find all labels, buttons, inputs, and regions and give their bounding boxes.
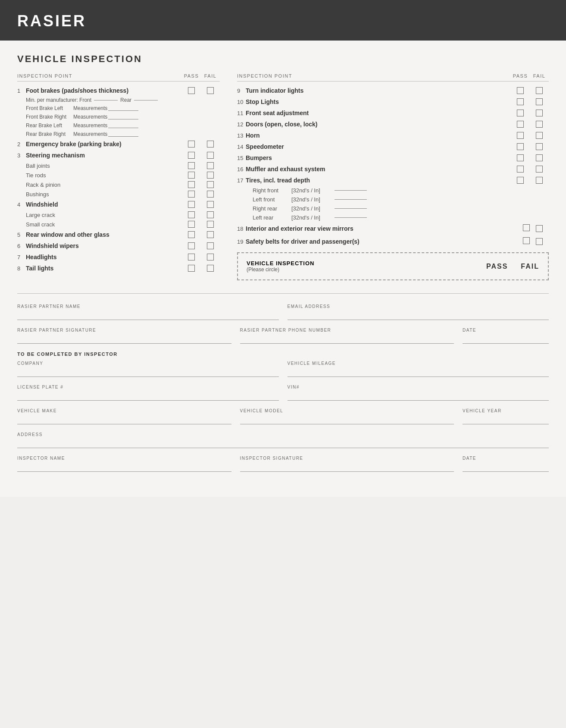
final-pass-option[interactable]: PASS [486, 263, 508, 270]
item-16-fail-checkbox[interactable] [536, 166, 543, 173]
date1-line[interactable] [463, 334, 549, 344]
final-fail-option[interactable]: FAIL [521, 263, 539, 270]
item-7-fail-checkbox[interactable] [207, 254, 214, 260]
header: RASIER [0, 0, 566, 41]
item-17: 17 Tires, incl. tread depth [237, 175, 549, 186]
item-2-pass-checkbox[interactable] [188, 141, 195, 147]
email-label: EMAIL ADDRESS [288, 304, 549, 309]
front-brake-right-row: Front Brake Right Measurements [17, 113, 220, 121]
item-13-pass-checkbox[interactable] [517, 132, 524, 139]
item-11-fail-checkbox[interactable] [536, 110, 543, 116]
item-19: 19 Safety belts for driver and passenger… [237, 235, 549, 248]
bushings-fail-checkbox[interactable] [207, 191, 214, 198]
item-3-fail-checkbox[interactable] [207, 152, 214, 159]
item-8-fail-checkbox[interactable] [207, 265, 214, 272]
large-crack-fail-checkbox[interactable] [207, 211, 214, 218]
make-line[interactable] [17, 415, 231, 424]
vin-line[interactable] [288, 391, 549, 401]
item-6-pass-checkbox[interactable] [188, 242, 195, 249]
small-crack-pass-checkbox[interactable] [188, 221, 195, 228]
item-1-fail-checkbox[interactable] [207, 87, 214, 94]
item-14-pass-checkbox[interactable] [517, 143, 524, 150]
item-11-pass-checkbox[interactable] [517, 110, 524, 116]
year-line[interactable] [463, 415, 549, 424]
item-12-pass [511, 121, 530, 128]
item-19-inline-checkbox[interactable] [523, 237, 530, 244]
item-19-fail-checkbox[interactable] [536, 238, 543, 245]
item-18-number: 18 [237, 226, 244, 232]
right-front-tire: Right front [32nd's / In] [237, 186, 549, 195]
item-18-fail [530, 225, 549, 232]
item-2-fail-checkbox[interactable] [207, 141, 214, 147]
item-14: 14 Speedometer [237, 141, 549, 152]
item-12-pass-checkbox[interactable] [517, 121, 524, 128]
item-18-inline-checkbox[interactable] [523, 224, 530, 231]
item-17-fail-checkbox[interactable] [536, 177, 543, 184]
item-9-fail-checkbox[interactable] [536, 87, 543, 94]
item-12-fail [530, 121, 549, 128]
mileage-line[interactable] [288, 367, 549, 377]
company-line[interactable] [17, 367, 279, 377]
item-7-pass-checkbox[interactable] [188, 254, 195, 260]
item-12-fail-checkbox[interactable] [536, 121, 543, 128]
to-be-completed-title: TO BE COMPLETED BY INSPECTOR [17, 351, 549, 357]
right-fail-header: FAIL [530, 73, 549, 78]
model-line[interactable] [240, 415, 454, 424]
item-4-fail-checkbox[interactable] [207, 201, 214, 208]
item-5-pass [182, 231, 201, 238]
date1-field: DATE [463, 328, 549, 344]
item-10-pass-checkbox[interactable] [517, 98, 524, 105]
email-line[interactable] [288, 311, 549, 320]
item-5-pass-checkbox[interactable] [188, 231, 195, 238]
partner-name-line[interactable] [17, 311, 279, 320]
item-17-pass-checkbox[interactable] [517, 177, 524, 184]
tie-rods-pass-checkbox[interactable] [188, 172, 195, 179]
signature-line[interactable] [17, 334, 231, 344]
inspector-sig-line[interactable] [240, 462, 454, 472]
rear-brake-right-row: Rear Brake Right Measurements [17, 130, 220, 138]
item-6-number: 6 [17, 243, 24, 249]
item-4-pass [182, 201, 201, 208]
item-15-fail-checkbox[interactable] [536, 154, 543, 161]
front-brake-right-label: Front Brake Right [26, 114, 73, 120]
front-brake-right-line [108, 114, 138, 119]
item-6-fail-checkbox[interactable] [207, 242, 214, 249]
right-col-header: INSPECTION POINT PASS FAIL [237, 73, 549, 82]
final-vehicle-inspection-box: VEHICLE INSPECTION (Please circle) PASS … [237, 252, 549, 280]
large-crack-pass-checkbox[interactable] [188, 211, 195, 218]
bushings-pass-checkbox[interactable] [188, 191, 195, 198]
inspector-name-label: INSPECTOR NAME [17, 456, 231, 461]
ball-joints-pass-checkbox[interactable] [188, 162, 195, 169]
item-13-number: 13 [237, 132, 244, 139]
front-brake-left-row: Front Brake Left Measurements [17, 104, 220, 113]
item-14-fail-checkbox[interactable] [536, 143, 543, 150]
item-3-pass-checkbox[interactable] [188, 152, 195, 159]
item-4-pass-checkbox[interactable] [188, 201, 195, 208]
phone-line[interactable] [240, 334, 454, 344]
inspection-table: INSPECTION POINT PASS FAIL 1 Foot brakes… [17, 73, 549, 280]
item-15-pass-checkbox[interactable] [517, 154, 524, 161]
tie-rods-fail-checkbox[interactable] [207, 172, 214, 179]
item-10-fail-checkbox[interactable] [536, 98, 543, 105]
rack-pinion-fail-checkbox[interactable] [207, 181, 214, 188]
address-line[interactable] [17, 439, 549, 448]
license-line[interactable] [17, 391, 279, 401]
left-front-tire: Left front [32nd's / In] [237, 195, 549, 204]
small-crack-fail-checkbox[interactable] [207, 221, 214, 228]
phone-label: RASIER PARTNER PHONE NUMBER [240, 328, 454, 333]
item-13-fail-checkbox[interactable] [536, 132, 543, 139]
year-label: VEHICLE YEAR [463, 408, 549, 413]
date2-line[interactable] [463, 462, 549, 472]
item-8-pass-checkbox[interactable] [188, 265, 195, 272]
item-6-fail [201, 242, 220, 249]
inspector-sig-field: INSPECTOR SIGNATURE [240, 456, 454, 472]
item-5-fail-checkbox[interactable] [207, 231, 214, 238]
rack-pinion-pass-checkbox[interactable] [188, 181, 195, 188]
ball-joints-fail-checkbox[interactable] [207, 162, 214, 169]
item-18-fail-checkbox[interactable] [536, 225, 543, 232]
item-16-pass-checkbox[interactable] [517, 166, 524, 173]
mileage-field: VEHICLE MILEAGE [288, 361, 549, 377]
item-9-pass-checkbox[interactable] [517, 87, 524, 94]
inspector-name-line[interactable] [17, 462, 231, 472]
item-1-pass-checkbox[interactable] [188, 87, 195, 94]
